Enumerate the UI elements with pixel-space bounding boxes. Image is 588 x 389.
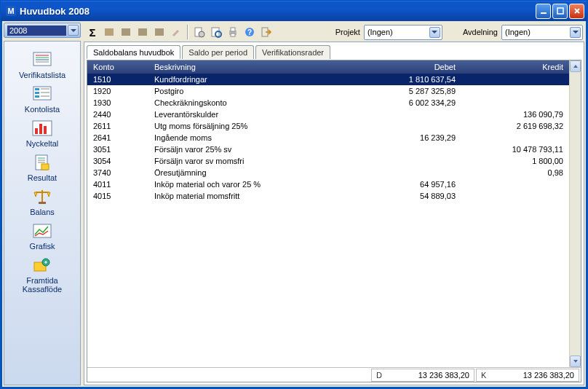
svg-rect-37: [155, 28, 164, 36]
table-row[interactable]: 2641Ingående moms16 239,29: [87, 132, 569, 144]
cell-beskrivning: Ingående moms: [153, 133, 351, 142]
scroll-up-icon[interactable]: [570, 60, 581, 72]
grid-rows: 1510Kundfordringar1 810 637,541920Postgi…: [87, 74, 569, 367]
sidebar-panel: Verifikatslista Kontolista Nyckeltal: [4, 41, 81, 385]
sidebar-item-grafisk[interactable]: Grafisk: [4, 220, 80, 254]
tab-verifikationsrader[interactable]: Verifikationsrader: [255, 45, 330, 59]
sidebar-item-framtida-kassaflode[interactable]: Framtida Kassaflöde: [4, 254, 80, 296]
footer-debet-key: D: [376, 371, 389, 380]
cell-kredit: 136 090,79: [460, 110, 569, 119]
cell-beskrivning: Inköp material och varor 25 %: [153, 180, 351, 189]
account-list-icon: [31, 85, 54, 103]
svg-rect-35: [122, 28, 130, 36]
spanner-icon[interactable]: [169, 25, 183, 39]
header-beskrivning[interactable]: Beskrivning: [153, 63, 351, 71]
sidebar-item-label: Verifikatslista: [19, 71, 65, 79]
app-icon: M: [5, 5, 17, 17]
toolbar-icon-3[interactable]: [135, 25, 150, 39]
cell-konto: 3740: [87, 168, 153, 177]
grid-header: Konto Beskrivning Debet Kredit: [87, 60, 569, 74]
help-icon[interactable]: ?: [242, 25, 257, 39]
projekt-select[interactable]: (Ingen): [364, 25, 442, 40]
footer-debet-value: 13 236 383,20: [389, 371, 469, 380]
exit-icon[interactable]: [259, 25, 274, 39]
close-button[interactable]: [569, 4, 584, 19]
svg-marker-51: [573, 360, 578, 363]
cell-konto: 2440: [87, 110, 153, 119]
sidebar-item-label: Kontolista: [25, 105, 60, 114]
table-row[interactable]: 4015Inköp material momsfritt54 889,03: [87, 190, 569, 202]
scroll-down-icon[interactable]: [570, 355, 581, 367]
preview-icon[interactable]: [209, 25, 223, 39]
svg-rect-15: [35, 95, 39, 98]
sidebar-item-balans[interactable]: Balans: [4, 186, 80, 219]
sidebar: 2008 Verifikatslista Kontolista: [4, 23, 81, 385]
sigma-icon[interactable]: Σ: [85, 25, 100, 39]
chevron-down-icon[interactable]: [429, 27, 440, 38]
minimize-button[interactable]: [536, 4, 551, 19]
toolbar-icon-1[interactable]: [102, 25, 116, 39]
main-area: Σ ? Projekt (Ingen) Avdelning: [84, 23, 584, 385]
header-debet[interactable]: Debet: [351, 63, 460, 71]
cell-kredit: 0,98: [460, 168, 569, 177]
table-row[interactable]: 3051Försäljn varor 25% sv10 478 793,11: [87, 144, 569, 155]
table-row[interactable]: 1930Checkräkningskonto6 002 334,29: [87, 97, 569, 109]
app-window: M Huvudbok 2008 2008 Verifikatslista: [0, 0, 588, 389]
table-row[interactable]: 3740Öresutjämning0,98: [87, 167, 569, 178]
svg-rect-14: [35, 92, 39, 94]
sidebar-item-label: Resultat: [28, 173, 57, 182]
svg-marker-49: [573, 31, 579, 34]
cell-debet: 16 239,29: [351, 133, 460, 142]
chevron-down-icon[interactable]: [68, 25, 79, 36]
cell-beskrivning: Inköp material momsfritt: [153, 192, 351, 200]
cell-kredit: 10 478 793,11: [460, 145, 569, 154]
sidebar-item-kontolista[interactable]: Kontolista: [4, 83, 80, 117]
sidebar-item-nyckeltal[interactable]: Nyckeltal: [4, 117, 80, 151]
toolbar-icon-4[interactable]: [152, 25, 167, 39]
sidebar-item-label: Grafisk: [30, 242, 55, 251]
table-row[interactable]: 1920Postgiro5 287 325,89: [87, 85, 569, 97]
table-row[interactable]: 1510Kundfordringar1 810 637,54: [87, 74, 569, 85]
window-title: Huvudbok 2008: [20, 6, 90, 17]
cell-beskrivning: Kundfordringar: [153, 75, 351, 84]
cell-beskrivning: Försäljn varor 25% sv: [153, 145, 351, 154]
cell-konto: 2611: [87, 122, 153, 130]
sidebar-item-label: Balans: [30, 208, 55, 216]
table-row[interactable]: 2440Leverantörskulder136 090,79: [87, 109, 569, 120]
vertical-scrollbar[interactable]: [569, 60, 581, 367]
bar-chart-icon: [31, 119, 54, 138]
properties-icon[interactable]: [192, 25, 207, 39]
svg-rect-44: [231, 34, 235, 36]
cell-konto: 1920: [87, 87, 153, 95]
table-row[interactable]: 3054Försäljn varor sv momsfri1 800,00: [87, 155, 569, 167]
sidebar-item-verifikatslista[interactable]: Verifikatslista: [4, 49, 80, 82]
header-kredit[interactable]: Kredit: [460, 63, 569, 71]
print-icon[interactable]: [226, 25, 240, 39]
chevron-down-icon[interactable]: [570, 27, 581, 38]
table-row[interactable]: 2611Utg moms försäljning 25%2 619 698,32: [87, 120, 569, 132]
cell-konto: 1510: [87, 75, 153, 84]
svg-rect-30: [39, 202, 46, 204]
cell-debet: 64 957,16: [351, 180, 460, 189]
toolbar-icon-2[interactable]: [119, 25, 133, 39]
maximize-button[interactable]: [552, 4, 568, 19]
tab-saldo-per-period[interactable]: Saldo per period: [182, 45, 254, 59]
line-chart-icon: [31, 221, 54, 240]
svg-marker-6: [71, 29, 76, 32]
cell-konto: 1930: [87, 98, 153, 107]
cell-debet: 6 002 334,29: [351, 98, 460, 107]
year-select[interactable]: 2008: [4, 23, 81, 38]
header-konto[interactable]: Konto: [87, 63, 153, 71]
avdelning-value: (Ingen): [505, 28, 568, 36]
sidebar-item-resultat[interactable]: Resultat: [4, 152, 80, 185]
table-row[interactable]: 4011Inköp material och varor 25 %64 957,…: [87, 178, 569, 190]
svg-rect-34: [105, 28, 114, 36]
grid: Konto Beskrivning Debet Kredit 1510Kundf…: [87, 60, 569, 367]
avdelning-select[interactable]: (Ingen): [501, 25, 583, 40]
svg-rect-36: [138, 28, 147, 36]
cell-beskrivning: Leverantörskulder: [153, 110, 351, 119]
svg-rect-7: [33, 52, 51, 66]
svg-rect-27: [41, 164, 49, 170]
cell-beskrivning: Öresutjämning: [153, 168, 351, 177]
tab-saldobalans[interactable]: Saldobalans huvudbok: [87, 45, 180, 59]
